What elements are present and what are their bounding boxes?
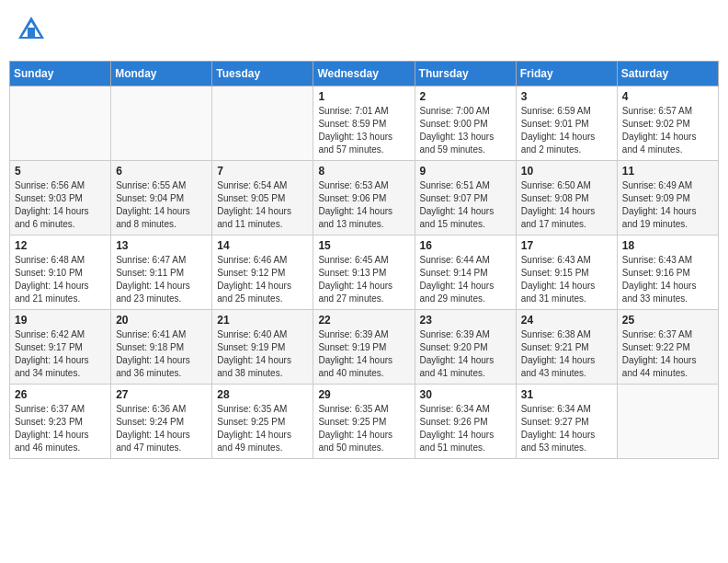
day-info: Sunrise: 6:43 AM Sunset: 9:15 PM Dayligh… xyxy=(521,254,612,305)
day-number: 30 xyxy=(420,388,511,401)
day-number: 5 xyxy=(15,165,106,178)
weekday-header-sunday: Sunday xyxy=(10,62,111,86)
page-header xyxy=(9,9,719,53)
calendar-cell: 30Sunrise: 6:34 AM Sunset: 9:26 PM Dayli… xyxy=(415,385,516,459)
calendar-cell: 24Sunrise: 6:38 AM Sunset: 9:21 PM Dayli… xyxy=(516,310,617,385)
day-number: 7 xyxy=(217,165,308,178)
calendar-week-row: 12Sunrise: 6:48 AM Sunset: 9:10 PM Dayli… xyxy=(10,236,719,310)
calendar-cell: 18Sunrise: 6:43 AM Sunset: 9:16 PM Dayli… xyxy=(617,236,718,310)
day-number: 29 xyxy=(318,388,409,401)
calendar-cell: 8Sunrise: 6:53 AM Sunset: 9:06 PM Daylig… xyxy=(313,161,415,236)
calendar-cell: 21Sunrise: 6:40 AM Sunset: 9:19 PM Dayli… xyxy=(212,310,313,385)
calendar-cell: 31Sunrise: 6:34 AM Sunset: 9:27 PM Dayli… xyxy=(516,385,617,459)
calendar-cell: 9Sunrise: 6:51 AM Sunset: 9:07 PM Daylig… xyxy=(415,161,516,236)
day-info: Sunrise: 6:34 AM Sunset: 9:27 PM Dayligh… xyxy=(521,403,612,454)
day-number: 16 xyxy=(420,239,511,252)
day-info: Sunrise: 7:01 AM Sunset: 8:59 PM Dayligh… xyxy=(318,105,409,156)
day-info: Sunrise: 6:35 AM Sunset: 9:25 PM Dayligh… xyxy=(217,403,308,454)
day-info: Sunrise: 6:35 AM Sunset: 9:25 PM Dayligh… xyxy=(318,403,409,454)
day-number: 4 xyxy=(622,90,713,103)
calendar-cell: 12Sunrise: 6:48 AM Sunset: 9:10 PM Dayli… xyxy=(10,236,111,310)
day-info: Sunrise: 6:45 AM Sunset: 9:13 PM Dayligh… xyxy=(318,254,409,305)
calendar-cell: 19Sunrise: 6:42 AM Sunset: 9:17 PM Dayli… xyxy=(10,310,111,385)
calendar-cell: 20Sunrise: 6:41 AM Sunset: 9:18 PM Dayli… xyxy=(111,310,212,385)
day-info: Sunrise: 6:37 AM Sunset: 9:22 PM Dayligh… xyxy=(622,328,713,380)
day-number: 6 xyxy=(116,165,207,178)
day-number: 15 xyxy=(318,239,409,252)
day-number: 20 xyxy=(116,314,207,327)
day-number: 18 xyxy=(622,239,713,252)
day-number: 25 xyxy=(622,314,713,327)
day-info: Sunrise: 6:40 AM Sunset: 9:19 PM Dayligh… xyxy=(217,328,308,380)
day-number: 11 xyxy=(622,165,713,178)
day-info: Sunrise: 6:46 AM Sunset: 9:12 PM Dayligh… xyxy=(217,254,308,305)
day-info: Sunrise: 6:38 AM Sunset: 9:21 PM Dayligh… xyxy=(521,328,612,380)
calendar-cell: 16Sunrise: 6:44 AM Sunset: 9:14 PM Dayli… xyxy=(415,236,516,310)
day-number: 24 xyxy=(521,314,612,327)
calendar-cell: 22Sunrise: 6:39 AM Sunset: 9:19 PM Dayli… xyxy=(313,310,415,385)
day-info: Sunrise: 6:54 AM Sunset: 9:05 PM Dayligh… xyxy=(217,179,308,231)
day-info: Sunrise: 7:00 AM Sunset: 9:00 PM Dayligh… xyxy=(420,105,511,156)
day-number: 13 xyxy=(116,239,207,252)
day-info: Sunrise: 6:48 AM Sunset: 9:10 PM Dayligh… xyxy=(15,254,106,305)
day-number: 28 xyxy=(217,388,308,401)
calendar-cell: 6Sunrise: 6:55 AM Sunset: 9:04 PM Daylig… xyxy=(111,161,212,236)
day-number: 22 xyxy=(318,314,409,327)
day-info: Sunrise: 6:49 AM Sunset: 9:09 PM Dayligh… xyxy=(622,179,713,231)
day-info: Sunrise: 6:37 AM Sunset: 9:23 PM Dayligh… xyxy=(15,403,106,454)
day-number: 17 xyxy=(521,239,612,252)
day-number: 14 xyxy=(217,239,308,252)
day-info: Sunrise: 6:55 AM Sunset: 9:04 PM Dayligh… xyxy=(116,179,207,231)
calendar-cell: 27Sunrise: 6:36 AM Sunset: 9:24 PM Dayli… xyxy=(111,385,212,459)
day-number: 1 xyxy=(318,90,409,103)
day-info: Sunrise: 6:50 AM Sunset: 9:08 PM Dayligh… xyxy=(521,179,612,231)
day-number: 8 xyxy=(318,165,409,178)
calendar-table: SundayMondayTuesdayWednesdayThursdayFrid… xyxy=(9,61,719,459)
day-number: 19 xyxy=(15,314,106,327)
day-info: Sunrise: 6:41 AM Sunset: 9:18 PM Dayligh… xyxy=(116,328,207,380)
calendar-cell: 28Sunrise: 6:35 AM Sunset: 9:25 PM Dayli… xyxy=(212,385,313,459)
day-number: 12 xyxy=(15,239,106,252)
calendar-cell xyxy=(10,86,111,161)
day-info: Sunrise: 6:59 AM Sunset: 9:01 PM Dayligh… xyxy=(521,105,612,156)
calendar-cell: 3Sunrise: 6:59 AM Sunset: 9:01 PM Daylig… xyxy=(516,86,617,161)
calendar-week-row: 26Sunrise: 6:37 AM Sunset: 9:23 PM Dayli… xyxy=(10,385,719,459)
calendar-cell xyxy=(617,385,718,459)
day-info: Sunrise: 6:53 AM Sunset: 9:06 PM Dayligh… xyxy=(318,179,409,231)
day-number: 26 xyxy=(15,388,106,401)
calendar-cell: 13Sunrise: 6:47 AM Sunset: 9:11 PM Dayli… xyxy=(111,236,212,310)
weekday-header-monday: Monday xyxy=(111,62,212,86)
day-info: Sunrise: 6:43 AM Sunset: 9:16 PM Dayligh… xyxy=(622,254,713,305)
weekday-header-saturday: Saturday xyxy=(617,62,718,86)
day-info: Sunrise: 6:42 AM Sunset: 9:17 PM Dayligh… xyxy=(15,328,106,380)
day-info: Sunrise: 6:44 AM Sunset: 9:14 PM Dayligh… xyxy=(420,254,511,305)
day-info: Sunrise: 6:39 AM Sunset: 9:19 PM Dayligh… xyxy=(318,328,409,380)
calendar-cell: 5Sunrise: 6:56 AM Sunset: 9:03 PM Daylig… xyxy=(10,161,111,236)
day-number: 3 xyxy=(521,90,612,103)
day-info: Sunrise: 6:36 AM Sunset: 9:24 PM Dayligh… xyxy=(116,403,207,454)
calendar-cell: 4Sunrise: 6:57 AM Sunset: 9:02 PM Daylig… xyxy=(617,86,718,161)
calendar-cell: 25Sunrise: 6:37 AM Sunset: 9:22 PM Dayli… xyxy=(617,310,718,385)
calendar-cell: 29Sunrise: 6:35 AM Sunset: 9:25 PM Dayli… xyxy=(313,385,415,459)
calendar-week-row: 5Sunrise: 6:56 AM Sunset: 9:03 PM Daylig… xyxy=(10,161,719,236)
calendar-cell: 11Sunrise: 6:49 AM Sunset: 9:09 PM Dayli… xyxy=(617,161,718,236)
day-info: Sunrise: 6:51 AM Sunset: 9:07 PM Dayligh… xyxy=(420,179,511,231)
calendar-week-row: 1Sunrise: 7:01 AM Sunset: 8:59 PM Daylig… xyxy=(10,86,719,161)
weekday-header-tuesday: Tuesday xyxy=(212,62,313,86)
logo-graphic xyxy=(15,13,48,50)
calendar-cell xyxy=(212,86,313,161)
logo xyxy=(15,13,50,50)
day-info: Sunrise: 6:57 AM Sunset: 9:02 PM Dayligh… xyxy=(622,105,713,156)
calendar-cell: 23Sunrise: 6:39 AM Sunset: 9:20 PM Dayli… xyxy=(415,310,516,385)
weekday-header-row: SundayMondayTuesdayWednesdayThursdayFrid… xyxy=(10,62,719,86)
calendar-cell: 15Sunrise: 6:45 AM Sunset: 9:13 PM Dayli… xyxy=(313,236,415,310)
calendar-cell: 1Sunrise: 7:01 AM Sunset: 8:59 PM Daylig… xyxy=(313,86,415,161)
day-number: 2 xyxy=(420,90,511,103)
day-number: 23 xyxy=(420,314,511,327)
calendar-cell: 2Sunrise: 7:00 AM Sunset: 9:00 PM Daylig… xyxy=(415,86,516,161)
day-number: 27 xyxy=(116,388,207,401)
weekday-header-thursday: Thursday xyxy=(415,62,516,86)
calendar-cell: 10Sunrise: 6:50 AM Sunset: 9:08 PM Dayli… xyxy=(516,161,617,236)
calendar-cell: 26Sunrise: 6:37 AM Sunset: 9:23 PM Dayli… xyxy=(10,385,111,459)
day-info: Sunrise: 6:56 AM Sunset: 9:03 PM Dayligh… xyxy=(15,179,106,231)
